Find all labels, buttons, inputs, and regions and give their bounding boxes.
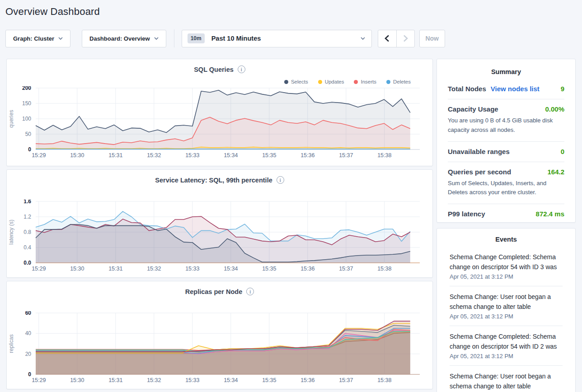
svg-text:15:31: 15:31 (108, 266, 122, 272)
now-button[interactable]: Now (419, 30, 445, 47)
dashboard-content: SQL Queries i Selects Updates Inserts De… (6, 59, 576, 392)
svg-text:15:38: 15:38 (377, 266, 391, 272)
time-range-label: Past 10 Minutes (211, 35, 261, 42)
legend-item-inserts[interactable]: Inserts (354, 79, 376, 84)
svg-text:15:33: 15:33 (185, 266, 199, 272)
replicas-per-node-plot[interactable]: 020406015:2915:3015:3115:3215:3315:3415:… (7, 311, 433, 388)
summary-value: 9 (561, 85, 564, 93)
sql-queries-panel: SQL Queries i Selects Updates Inserts De… (6, 59, 433, 166)
series-color-dot (318, 80, 322, 84)
legend-label: Updates (325, 79, 344, 84)
chevron-left-icon (385, 35, 390, 42)
event-text: Schema Change: User root began a schema … (450, 292, 563, 312)
summary-description: You are using 0 B of 4.5 GiB usable disk… (448, 116, 564, 135)
event-item: Schema Change: User root began a schema … (450, 286, 563, 326)
graph-dropdown[interactable]: Graph: Cluster (5, 30, 70, 47)
svg-text:latency (s): latency (s) (8, 219, 14, 244)
dashboard-dropdown[interactable]: Dashboard: Overview (82, 30, 166, 47)
event-text: Schema Change Completed: Schema change o… (450, 331, 563, 351)
svg-text:15:35: 15:35 (262, 377, 276, 383)
time-forward-button[interactable] (396, 30, 414, 47)
chart-title-row: Service Latency: SQL, 99th percentile i (7, 176, 432, 184)
chart-title: SQL Queries (194, 66, 234, 73)
series-color-dot (386, 80, 390, 84)
legend-label: Selects (291, 79, 308, 84)
chevron-right-icon (403, 35, 408, 42)
svg-text:200: 200 (22, 86, 31, 91)
svg-text:15:35: 15:35 (262, 266, 276, 272)
svg-text:15:37: 15:37 (339, 266, 353, 272)
svg-text:15:36: 15:36 (300, 266, 314, 272)
events-title: Events (450, 236, 563, 243)
svg-text:0.4: 0.4 (23, 244, 31, 251)
summary-value: 164.2 (547, 168, 564, 176)
service-latency-plot[interactable]: 0.00.40.81.21.615:2915:3015:3115:3215:33… (7, 200, 433, 276)
svg-text:50: 50 (25, 131, 32, 137)
svg-text:15:30: 15:30 (70, 266, 84, 272)
summary-row-p99-latency: P99 latency 872.4 ms (448, 204, 564, 224)
chart-title-row: SQL Queries i (7, 65, 432, 73)
svg-text:15:31: 15:31 (108, 152, 122, 159)
event-item: Schema Change Completed: Schema change o… (450, 326, 563, 366)
svg-text:0.0: 0.0 (23, 260, 31, 266)
svg-text:15:38: 15:38 (377, 152, 391, 159)
svg-text:15:35: 15:35 (262, 152, 276, 159)
summary-label: Unavailable ranges (448, 148, 510, 155)
svg-text:15:29: 15:29 (32, 152, 46, 159)
time-back-button[interactable] (378, 30, 396, 47)
event-item: Schema Change Completed: Schema change o… (450, 247, 563, 286)
overview-dashboard-page: Overview Dashboard Graph: Cluster Dashbo… (0, 0, 582, 392)
events-panel: Events Schema Change Completed: Schema c… (436, 228, 576, 392)
svg-text:15:32: 15:32 (147, 266, 161, 272)
time-range-badge: 10m (188, 33, 205, 43)
legend-item-updates[interactable]: Updates (318, 79, 344, 84)
svg-text:15:34: 15:34 (224, 377, 238, 383)
chevron-down-icon (154, 37, 159, 40)
legend-label: Inserts (361, 79, 376, 84)
chart-title: Replicas per Node (185, 288, 243, 295)
svg-text:15:34: 15:34 (224, 266, 238, 272)
svg-text:15:37: 15:37 (339, 377, 353, 383)
legend-item-selects[interactable]: Selects (284, 79, 308, 84)
summary-label: Capacity Usage (448, 105, 498, 113)
svg-text:20: 20 (25, 351, 32, 357)
svg-text:15:33: 15:33 (185, 377, 199, 383)
svg-text:40: 40 (25, 330, 32, 336)
chevron-down-icon (361, 37, 365, 40)
summary-description: Sum of Selects, Updates, Inserts, and De… (448, 179, 564, 198)
svg-text:15:31: 15:31 (108, 377, 122, 383)
svg-text:15:38: 15:38 (377, 377, 391, 383)
svg-text:100: 100 (22, 116, 31, 122)
summary-value: 0.00% (545, 105, 564, 113)
info-icon[interactable]: i (277, 176, 284, 184)
chevron-down-icon (58, 37, 63, 40)
legend-label: Deletes (393, 79, 411, 84)
view-nodes-list-link[interactable]: View nodes list (491, 85, 540, 93)
summary-panel: Summary Total Nodes View nodes list 9 Ca… (436, 59, 576, 223)
svg-text:15:32: 15:32 (147, 152, 161, 159)
info-icon[interactable]: i (238, 65, 245, 73)
graph-dropdown-label: Graph: Cluster (13, 35, 54, 42)
svg-text:replicas: replicas (8, 334, 14, 353)
chart-legend: Selects Updates Inserts Deletes (284, 79, 411, 84)
event-item: Schema Change: User root began a schema … (450, 366, 563, 392)
time-step-buttons (378, 30, 415, 47)
series-color-dot (354, 80, 358, 84)
info-icon[interactable]: i (246, 288, 254, 295)
summary-row-queries-per-second: Queries per second 164.2 Sum of Selects,… (448, 162, 564, 205)
sql-queries-plot[interactable]: 05010015020015:2915:3015:3115:3215:3315:… (7, 86, 433, 163)
time-range-selector[interactable]: 10m Past 10 Minutes (182, 30, 372, 47)
sidebar: Summary Total Nodes View nodes list 9 Ca… (436, 59, 576, 392)
svg-text:1.6: 1.6 (23, 200, 31, 205)
svg-text:15:36: 15:36 (300, 377, 314, 383)
summary-label: Queries per second (448, 168, 511, 176)
legend-item-deletes[interactable]: Deletes (386, 79, 411, 84)
event-text: Schema Change Completed: Schema change o… (450, 252, 563, 272)
svg-text:15:29: 15:29 (32, 266, 46, 272)
chart-title-row: Replicas per Node i (7, 288, 432, 295)
svg-text:15:33: 15:33 (185, 152, 199, 159)
svg-text:15:34: 15:34 (224, 152, 238, 159)
page-title: Overview Dashboard (5, 6, 100, 18)
summary-label: Total Nodes (448, 85, 486, 93)
service-latency-panel: Service Latency: SQL, 99th percentile i … (6, 169, 433, 278)
